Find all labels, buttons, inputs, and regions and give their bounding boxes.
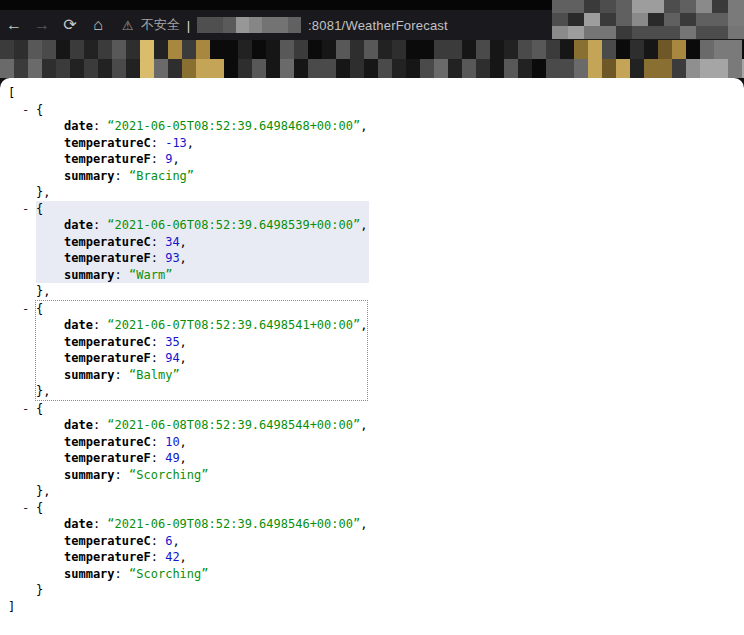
redacted-block	[420, 40, 434, 59]
redacted-block	[28, 59, 42, 78]
redacted-block	[154, 59, 168, 78]
redacted-block	[28, 40, 42, 59]
redacted-block	[448, 59, 462, 78]
toolbar-redacted-region	[552, 0, 744, 40]
json-string-value: “2021-06-05T08:52:39.6498468+00:00”	[107, 119, 360, 133]
json-line: temperatureC: 34,	[36, 234, 369, 251]
redacted-block	[126, 59, 140, 78]
redacted-block	[560, 40, 574, 59]
redacted-block	[322, 59, 336, 78]
json-key: temperatureF	[64, 550, 151, 564]
json-key: summary	[64, 567, 115, 581]
json-colon: :	[115, 468, 129, 482]
redacted-block	[266, 59, 280, 78]
redacted-block	[448, 40, 462, 59]
json-colon: :	[93, 318, 107, 332]
redacted-block	[644, 40, 658, 59]
redacted-block	[140, 59, 154, 78]
json-comma: ,	[180, 435, 187, 449]
redacted-block	[126, 40, 140, 59]
json-string-value: “2021-06-07T08:52:39.6498541+00:00”	[107, 318, 360, 332]
redacted-block	[476, 40, 490, 59]
json-comma: ,	[180, 251, 187, 265]
json-string-value: “Scorching”	[129, 468, 208, 482]
json-line: temperatureC: 10,	[36, 434, 744, 451]
redacted-block	[574, 59, 588, 78]
redacted-block	[182, 59, 196, 78]
json-key: temperatureC	[64, 335, 151, 349]
home-icon[interactable]: ⌂	[84, 10, 112, 40]
json-line: temperatureF: 94,	[36, 350, 367, 367]
json-key: temperatureF	[64, 351, 151, 365]
back-icon[interactable]: ←	[0, 10, 28, 40]
json-object-block: -{date: “2021-06-07T08:52:39.6498541+00:…	[35, 300, 368, 401]
json-line: temperatureC: 6,	[36, 533, 744, 550]
json-line: temperatureC: 35,	[36, 334, 367, 351]
json-number-value: -13	[165, 136, 187, 150]
redacted-block	[648, 0, 664, 13]
json-key: temperatureC	[64, 435, 151, 449]
redacted-block	[154, 40, 168, 59]
redacted-block	[696, 13, 712, 26]
array-open-bracket: [	[8, 86, 15, 100]
redacted-block	[462, 59, 476, 78]
redacted-block	[84, 40, 98, 59]
redacted-block	[518, 59, 532, 78]
json-record: -{date: “2021-06-05T08:52:39.6498468+00:…	[0, 102, 744, 201]
redacted-block	[546, 40, 560, 59]
json-string-value: “2021-06-08T08:52:39.6498544+00:00”	[107, 418, 360, 432]
json-colon: :	[151, 534, 165, 548]
redacted-block	[294, 59, 308, 78]
warning-icon[interactable]: ⚠	[122, 18, 134, 33]
redacted-block	[476, 59, 490, 78]
json-colon: :	[115, 169, 129, 183]
redacted-block	[632, 0, 648, 13]
collapse-toggle[interactable]: -	[22, 201, 29, 218]
redacted-block	[700, 59, 714, 78]
redacted-block	[288, 17, 301, 33]
collapse-toggle[interactable]: -	[22, 500, 29, 517]
redacted-block	[546, 59, 560, 78]
redacted-block	[490, 59, 504, 78]
redacted-block	[364, 40, 378, 59]
json-line: date: “2021-06-05T08:52:39.6498468+00:00…	[36, 118, 744, 135]
collapse-toggle[interactable]: -	[22, 102, 29, 119]
collapse-toggle[interactable]: -	[22, 401, 29, 418]
redacted-block	[210, 40, 224, 59]
address-bar[interactable]: ⚠ 不安全 | :8081/WeatherForecast	[122, 13, 448, 37]
redacted-block	[168, 59, 182, 78]
forward-icon[interactable]: →	[28, 10, 56, 40]
collapse-toggle[interactable]: -	[22, 301, 29, 318]
json-line: date: “2021-06-09T08:52:39.6498546+00:00…	[36, 516, 744, 533]
json-line: temperatureF: 42,	[36, 549, 744, 566]
redacted-block	[600, 0, 616, 13]
json-colon: :	[93, 418, 107, 432]
redacted-block	[236, 17, 249, 33]
json-line: temperatureF: 9,	[36, 151, 744, 168]
redacted-block	[14, 59, 28, 78]
redacted-block	[392, 40, 406, 59]
redacted-block	[568, 13, 584, 26]
redacted-block	[168, 40, 182, 59]
json-comma: ,	[180, 351, 187, 365]
json-record: -{date: “2021-06-06T08:52:39.6498539+00:…	[0, 201, 744, 300]
json-record: -{date: “2021-06-09T08:52:39.6498546+00:…	[0, 500, 744, 599]
json-line: temperatureC: -13,	[36, 135, 744, 152]
url-path: :8081/WeatherForecast	[308, 18, 448, 33]
redacted-block	[42, 59, 56, 78]
refresh-icon[interactable]: ⟳	[56, 10, 84, 40]
json-line: -{	[36, 500, 744, 517]
redacted-block	[616, 26, 632, 39]
redacted-block	[728, 0, 744, 13]
redacted-block	[350, 40, 364, 59]
json-line: -{	[36, 201, 369, 218]
redacted-block	[350, 59, 364, 78]
json-key: date	[64, 119, 93, 133]
text-caret: |	[187, 18, 190, 33]
redacted-block	[728, 59, 742, 78]
redacted-block	[686, 59, 700, 78]
redacted-block	[490, 40, 504, 59]
redacted-block	[648, 26, 664, 39]
redacted-block	[532, 59, 546, 78]
redacted-block	[420, 59, 434, 78]
